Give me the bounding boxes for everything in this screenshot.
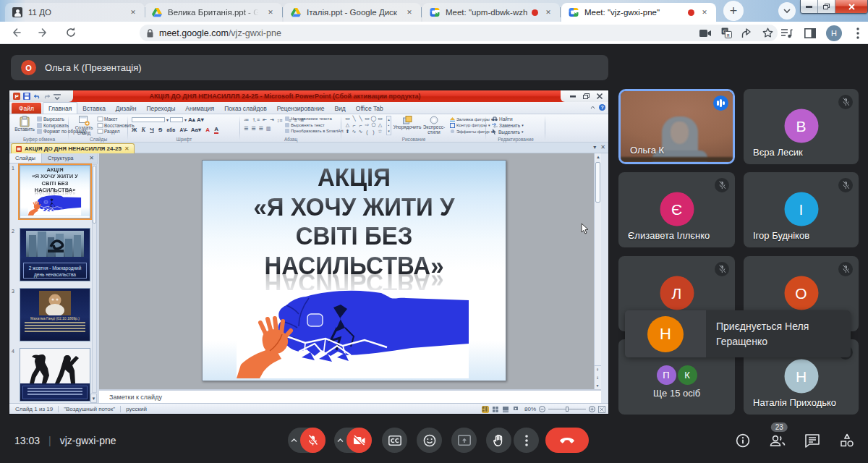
clipboard-item-1[interactable]: Вырезать <box>37 116 64 122</box>
notes-pane[interactable]: Заметки к слайду <box>99 389 601 403</box>
window-minimize-button[interactable] <box>801 0 818 13</box>
bookmark-star-icon[interactable] <box>762 27 773 38</box>
slide-thumbnail-1[interactable]: АКЦІЯ«Я ХОЧУ ЖИТИ УСВІТІ БЕЗНАСИЛЬСТВА» <box>20 165 90 218</box>
clipboard-item-2[interactable]: Копировать <box>37 123 69 128</box>
editing-item-2[interactable]: Заменить▾ <box>492 123 524 128</box>
browser-tab-1[interactable]: 11 ДО✕ <box>5 3 145 22</box>
ribbon-tab-1[interactable]: Файл <box>12 103 41 114</box>
paragraph-item-3[interactable]: Преобразовать в SmartArt <box>285 129 344 133</box>
window-restore-button[interactable] <box>818 0 835 13</box>
ribbon-tab-10[interactable]: Office Tab <box>351 103 388 114</box>
collapse-ribbon-icon[interactable] <box>590 106 595 109</box>
forward-button[interactable] <box>33 22 54 43</box>
zoom-out-button[interactable] <box>539 406 545 412</box>
paragraph-item-2[interactable]: Выровнять текст <box>285 123 325 127</box>
editing-item-3[interactable]: Выделить▾ <box>492 129 524 135</box>
qat-dropdown-icon[interactable] <box>54 93 61 100</box>
slide-thumbnail-4[interactable] <box>20 348 90 402</box>
share-icon[interactable] <box>741 28 753 38</box>
ppt-minimize-icon[interactable] <box>570 95 576 98</box>
participants-button[interactable]: 23 <box>770 433 786 449</box>
shape-row-2[interactable]: △⌐⌐⇨⬠△ <box>344 122 383 128</box>
drawing-item-2[interactable]: Контур фигуры▾ <box>450 123 490 128</box>
font-style-row[interactable]: Ж К Ч S абв АV̶ Аа▾ А А <box>132 126 218 134</box>
tab-search-button[interactable] <box>778 2 796 20</box>
browser-tab-2[interactable]: Велика Британія.ppt - Google Диск✕ <box>145 3 282 22</box>
participant-tile-3[interactable]: ЄЄлизавета Іллєнко <box>618 172 735 247</box>
shape-icon[interactable]: ⬆ <box>344 129 351 135</box>
shape-icon[interactable]: ∿ <box>357 129 364 135</box>
shape-icon[interactable]: ☆ <box>377 129 383 135</box>
more-options-button[interactable] <box>514 428 539 453</box>
next-slide-icon[interactable]: ⇓ <box>594 374 601 382</box>
panel-tab-1[interactable]: Слайды <box>9 153 42 163</box>
shape-icon[interactable]: ▭ <box>344 116 351 122</box>
ribbon-tab-2[interactable]: Главная <box>43 102 77 114</box>
office-tab-close-icon[interactable]: ✕ <box>600 144 605 150</box>
ribbon-tab-5[interactable]: Переходы <box>141 103 180 114</box>
zoom-slider[interactable] <box>548 409 586 409</box>
raise-hand-button[interactable] <box>486 428 511 453</box>
slide-thumbnail-2[interactable]: 2 жовтня - Міжнародний день ненасильства <box>20 228 90 281</box>
shape-icon[interactable]: ▭ <box>364 116 370 122</box>
help-icon[interactable]: ? <box>599 104 605 111</box>
browser-profile-avatar[interactable]: H <box>826 25 842 41</box>
participant-tile-2[interactable]: ВВєра Лесик <box>744 89 859 164</box>
slideshow-view-button[interactable] <box>512 406 519 413</box>
participant-tile-1[interactable]: Ольга К <box>618 89 735 164</box>
window-close-button[interactable] <box>835 0 867 13</box>
save-icon[interactable] <box>23 93 30 100</box>
tab-close-button[interactable]: ✕ <box>699 7 710 18</box>
previous-slide-icon[interactable]: ⇑ <box>594 366 601 374</box>
mic-muted-button[interactable] <box>300 428 326 453</box>
font-name-row[interactable]: ▾▾А▴ А▾ <box>132 116 204 123</box>
slide-scrollbar[interactable]: ▲ ⇑ ⇓ ▼ <box>594 153 601 389</box>
tab-close-button[interactable]: ✕ <box>542 7 554 18</box>
browser-tab-4[interactable]: Meet: "upm-dbwk-wzh"✕ <box>422 3 560 22</box>
back-button[interactable] <box>6 22 26 43</box>
paragraph-item-1[interactable]: Направление текста <box>285 116 332 121</box>
side-panel-button[interactable] <box>803 26 817 41</box>
leave-call-button[interactable] <box>545 428 589 453</box>
editing-item-1[interactable]: Найти <box>492 116 513 122</box>
browser-tab-3[interactable]: Італія.ppt - Google Диск✕ <box>284 3 421 22</box>
arrange-button[interactable]: Упорядочить <box>395 116 420 130</box>
undo-icon[interactable] <box>33 93 41 100</box>
tab-close-button[interactable]: ✕ <box>265 7 276 18</box>
tab-camera-indicator-icon[interactable] <box>699 29 712 38</box>
shapes-scroll[interactable]: ▴▪▾ <box>386 116 391 135</box>
translate-icon[interactable]: Gя <box>721 27 732 38</box>
panel-close-button[interactable]: ✕ <box>85 153 98 163</box>
document-tab[interactable]: АКЦІЯ ДО ДНЯ НЕНАСИЛЛЯ 24-25 ✕ <box>11 143 135 153</box>
participant-tile-4[interactable]: ІІгор Будніков <box>744 172 859 247</box>
fit-to-window-button[interactable] <box>598 406 605 413</box>
ribbon-tab-8[interactable]: Рецензирование <box>272 103 330 114</box>
tab-close-button[interactable]: ✕ <box>127 7 139 18</box>
paste-button[interactable]: Вставить <box>14 116 35 132</box>
ribbon-tab-6[interactable]: Анимация <box>180 103 219 114</box>
new-slide-button[interactable]: Создать слайд <box>72 116 95 136</box>
office-tab-dropdown-icon[interactable]: ▾ <box>593 144 596 150</box>
reading-view-button[interactable] <box>502 406 509 413</box>
ribbon-tab-4[interactable]: Дизайн <box>111 103 142 114</box>
browser-menu-button[interactable] <box>851 26 865 41</box>
camera-options-button[interactable] <box>334 438 346 442</box>
browser-tab-5[interactable]: Meet: "vjz-gwxi-pne"✕ <box>561 3 716 22</box>
shape-row-3[interactable]: ⬆∿∿()☆ <box>344 129 383 135</box>
zoom-in-button[interactable] <box>589 406 595 412</box>
tab-close-button[interactable]: ✕ <box>404 7 415 18</box>
shape-icon[interactable]: △ <box>344 122 351 128</box>
meeting-details-button[interactable] <box>735 433 751 449</box>
shape-icon[interactable]: ⌐ <box>357 122 364 128</box>
activities-button[interactable] <box>839 433 855 449</box>
shape-icon[interactable]: ◯ <box>370 116 377 122</box>
normal-view-button[interactable] <box>482 406 489 413</box>
shape-icon[interactable]: ( <box>364 129 370 135</box>
shape-icon[interactable]: ⌐ <box>351 122 357 128</box>
captions-button[interactable] <box>382 428 407 453</box>
new-tab-button[interactable]: + <box>723 1 744 21</box>
shape-row-1[interactable]: ▭╲╲▭◯▭ <box>344 116 383 122</box>
slides-item-3[interactable]: Раздел <box>98 129 119 134</box>
shape-icon[interactable]: ) <box>370 129 377 135</box>
slide-nav-buttons[interactable]: ⇑ ⇓ ▼ <box>594 365 601 389</box>
